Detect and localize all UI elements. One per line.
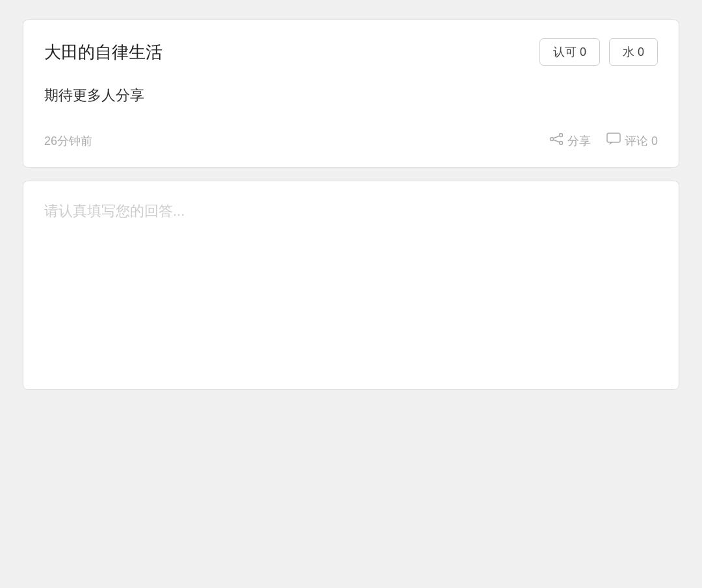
svg-point-1 bbox=[559, 142, 562, 145]
svg-point-0 bbox=[559, 134, 562, 137]
post-card: 大田的自律生活 认可 0 水 0 期待更多人分享 26分钟前 bbox=[23, 19, 679, 168]
water-badge[interactable]: 水 0 bbox=[609, 38, 658, 66]
post-content-text: 期待更多人分享 bbox=[44, 87, 144, 103]
svg-line-3 bbox=[553, 136, 559, 138]
post-timestamp: 26分钟前 bbox=[44, 133, 92, 149]
comment-icon bbox=[606, 133, 621, 149]
share-button[interactable]: 分享 bbox=[549, 133, 591, 149]
post-title: 大田的自律生活 bbox=[44, 41, 162, 64]
svg-rect-5 bbox=[607, 133, 620, 142]
approve-badge[interactable]: 认可 0 bbox=[540, 38, 600, 66]
reply-textarea[interactable] bbox=[44, 199, 658, 368]
post-header: 大田的自律生活 认可 0 水 0 bbox=[44, 38, 658, 66]
badge-group: 认可 0 水 0 bbox=[540, 38, 658, 66]
comment-label: 评论 0 bbox=[625, 133, 658, 149]
share-icon bbox=[549, 133, 564, 148]
post-actions: 分享 评论 0 bbox=[549, 133, 658, 149]
post-footer: 26分钟前 分享 bbox=[44, 133, 658, 149]
comment-button[interactable]: 评论 0 bbox=[606, 133, 658, 149]
post-content: 期待更多人分享 bbox=[44, 84, 658, 107]
reply-card bbox=[23, 181, 679, 390]
svg-line-4 bbox=[553, 140, 559, 142]
svg-point-2 bbox=[550, 138, 553, 141]
share-label: 分享 bbox=[567, 133, 591, 149]
